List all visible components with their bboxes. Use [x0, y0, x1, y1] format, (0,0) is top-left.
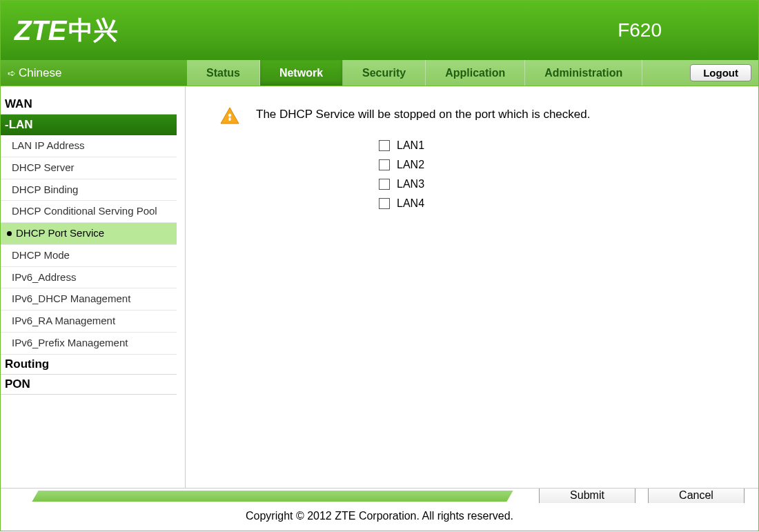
- tab-network[interactable]: Network: [260, 60, 343, 86]
- checkbox-lan3[interactable]: [379, 179, 390, 190]
- info-text: The DHCP Service will be stopped on the …: [256, 107, 590, 123]
- arrow-right-icon: ➪: [8, 68, 16, 79]
- sidebar-item-ipv6-ra-management[interactable]: IPv6_RA Management: [1, 311, 177, 333]
- model-number: F620: [618, 19, 662, 41]
- svg-rect-2: [228, 117, 230, 121]
- lan-label: LAN1: [397, 139, 424, 152]
- lan-row-lan2: LAN2: [379, 159, 738, 171]
- checkbox-lan4[interactable]: [379, 198, 390, 209]
- sidebar-item-dhcp-server[interactable]: DHCP Server: [1, 157, 177, 179]
- cancel-button[interactable]: Cancel: [648, 488, 745, 503]
- submit-button[interactable]: Submit: [539, 488, 635, 503]
- language-switch[interactable]: ➪ Chinese: [1, 60, 187, 86]
- lan-label: LAN2: [397, 159, 424, 171]
- decor-stripe: [32, 491, 513, 502]
- sidebar-item-lan-ip-address[interactable]: LAN IP Address: [1, 135, 177, 157]
- tab-application[interactable]: Application: [426, 60, 525, 86]
- tabs-container: StatusNetworkSecurityApplicationAdminist…: [187, 60, 690, 86]
- content-panel: The DHCP Service will be stopped on the …: [186, 86, 758, 488]
- lan-label: LAN4: [397, 197, 424, 210]
- sidebar-group-pon[interactable]: PON: [1, 375, 177, 395]
- lan-row-lan3: LAN3: [379, 178, 738, 190]
- copyright-text: Copyright © 2012 ZTE Corporation. All ri…: [1, 503, 758, 531]
- footer-bar: Submit Cancel: [1, 488, 758, 503]
- lan-port-list: LAN1LAN2LAN3LAN4: [379, 139, 738, 210]
- sidebar-item-dhcp-mode[interactable]: DHCP Mode: [1, 245, 177, 267]
- lan-label: LAN3: [397, 178, 424, 190]
- language-label: Chinese: [19, 66, 61, 80]
- top-nav: ➪ Chinese StatusNetworkSecurityApplicati…: [1, 60, 758, 86]
- tab-administration[interactable]: Administration: [525, 60, 642, 86]
- sidebar-item-dhcp-port-service[interactable]: DHCP Port Service: [1, 223, 177, 245]
- sidebar-group-wan[interactable]: WAN: [1, 95, 177, 115]
- sidebar-item-dhcp-binding[interactable]: DHCP Binding: [1, 179, 177, 201]
- sidebar-item-dhcp-conditional-serving-pool[interactable]: DHCP Conditional Serving Pool: [1, 201, 177, 223]
- tab-security[interactable]: Security: [343, 60, 426, 86]
- brand-logo: ZTE 中兴: [14, 14, 118, 48]
- sidebar-item-ipv6-dhcp-management[interactable]: IPv6_DHCP Management: [1, 288, 177, 311]
- warning-icon: [220, 107, 239, 127]
- svg-point-1: [228, 114, 231, 117]
- header-bar: ZTE 中兴 F620: [1, 1, 758, 60]
- lan-row-lan1: LAN1: [379, 139, 738, 152]
- sidebar-item-ipv6-prefix-management[interactable]: IPv6_Prefix Management: [1, 333, 177, 355]
- sidebar: WAN-LANLAN IP AddressDHCP ServerDHCP Bin…: [1, 86, 186, 488]
- checkbox-lan1[interactable]: [379, 140, 390, 151]
- sidebar-group--lan[interactable]: -LAN: [1, 115, 177, 135]
- sidebar-item-ipv6-address[interactable]: IPv6_Address: [1, 267, 177, 289]
- tab-status[interactable]: Status: [187, 60, 260, 86]
- sidebar-group-routing[interactable]: Routing: [1, 355, 177, 375]
- logo-cn: 中兴: [68, 14, 118, 48]
- logo-latin: ZTE: [14, 15, 67, 46]
- logout-button[interactable]: Logout: [690, 64, 751, 81]
- checkbox-lan2[interactable]: [379, 159, 390, 170]
- lan-row-lan4: LAN4: [379, 197, 738, 210]
